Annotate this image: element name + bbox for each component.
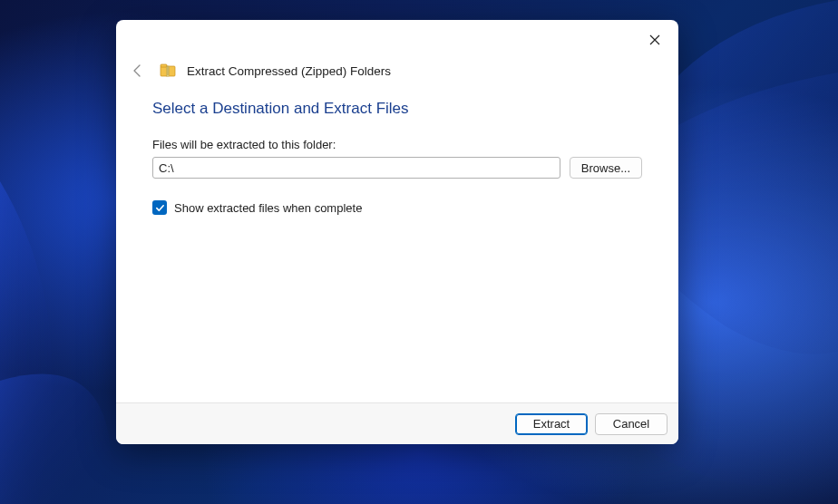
extract-wizard-dialog: Extract Compressed (Zipped) Folders Sele… <box>116 20 678 444</box>
wizard-footer: Extract Cancel <box>116 402 678 444</box>
cancel-button[interactable]: Cancel <box>595 413 667 435</box>
destination-path-input[interactable] <box>152 157 560 179</box>
wizard-header: Extract Compressed (Zipped) Folders <box>116 60 678 92</box>
wizard-content: Select a Destination and Extract Files F… <box>116 92 678 402</box>
show-files-checkbox-label[interactable]: Show extracted files when complete <box>174 201 362 215</box>
browse-button[interactable]: Browse... <box>570 157 642 179</box>
back-button[interactable] <box>127 60 149 82</box>
wizard-title: Extract Compressed (Zipped) Folders <box>187 64 391 78</box>
close-icon <box>649 34 660 45</box>
titlebar <box>116 20 678 60</box>
close-button[interactable] <box>637 25 673 54</box>
instruction-heading: Select a Destination and Extract Files <box>152 100 642 118</box>
back-arrow-icon <box>131 63 145 78</box>
extract-button[interactable]: Extract <box>515 413 588 435</box>
svg-rect-1 <box>161 64 167 67</box>
zip-folder-icon <box>160 63 176 79</box>
path-field-label: Files will be extracted to this folder: <box>152 138 642 151</box>
checkmark-icon <box>155 203 165 213</box>
show-files-checkbox[interactable] <box>152 200 167 215</box>
